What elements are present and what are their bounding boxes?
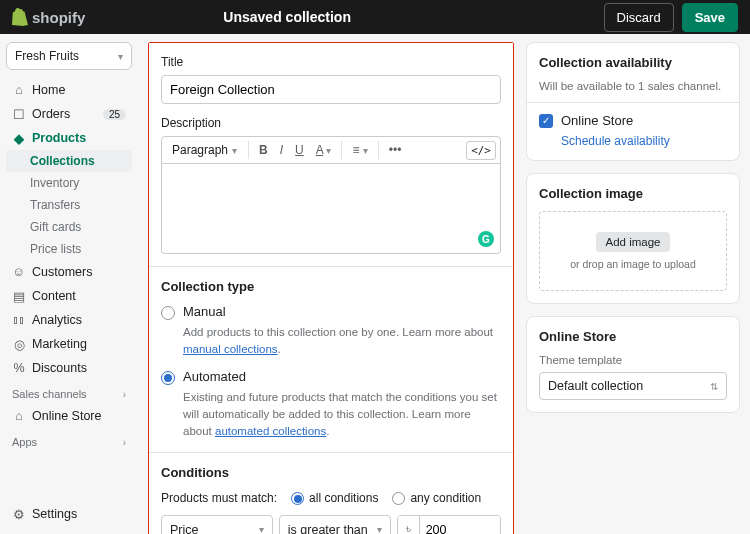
text-color-button[interactable]: A ▾ [311, 140, 337, 160]
underline-button[interactable]: U [290, 140, 309, 160]
sales-channels-label: Sales channels › [6, 380, 132, 404]
chevron-right-icon: › [123, 437, 126, 448]
image-dropzone[interactable]: Add image or drop an image to upload [539, 211, 727, 291]
image-drop-text: or drop an image to upload [550, 258, 716, 270]
shopify-logo: shopify [12, 8, 85, 26]
nav-price-lists[interactable]: Price lists [6, 238, 132, 260]
condition-value-input-wrap: ৳ [397, 515, 501, 534]
condition-value-input[interactable] [420, 516, 500, 534]
shopify-bag-icon [12, 8, 28, 26]
align-button[interactable]: ≡ ▾ [347, 140, 372, 160]
nav-inventory[interactable]: Inventory [6, 172, 132, 194]
conditions-heading: Conditions [161, 465, 501, 480]
collection-type-heading: Collection type [161, 279, 501, 294]
save-button[interactable]: Save [682, 3, 738, 32]
manual-collections-link[interactable]: manual collections [183, 343, 278, 355]
theme-template-label: Theme template [539, 354, 727, 366]
nav-home[interactable]: ⌂ Home [6, 78, 132, 102]
title-label: Title [161, 55, 501, 69]
nav-discounts[interactable]: % Discounts [6, 356, 132, 380]
paragraph-select[interactable]: Paragraph▾ [166, 140, 243, 160]
conditions-card: Conditions Products must match: all cond… [149, 453, 513, 534]
discard-button[interactable]: Discard [604, 3, 674, 32]
schedule-availability-link[interactable]: Schedule availability [561, 134, 727, 148]
italic-button[interactable]: I [275, 140, 288, 160]
add-image-button[interactable]: Add image [596, 232, 671, 252]
collection-type-card: Collection type Manual Add products to t… [149, 267, 513, 453]
nav-content[interactable]: ▤ Content [6, 284, 132, 308]
orders-icon: ☐ [12, 107, 26, 121]
condition-field-select[interactable]: Price▾ [161, 515, 273, 534]
products-icon: ◆ [12, 131, 26, 145]
nav-settings[interactable]: ⚙ Settings [6, 502, 132, 526]
availability-sub: Will be available to 1 sales channel. [539, 80, 727, 92]
nav-customers[interactable]: ☺ Customers [6, 260, 132, 284]
online-store-card: Online Store Theme template Default coll… [526, 316, 740, 413]
availability-heading: Collection availability [539, 55, 727, 70]
description-editor[interactable]: G [161, 164, 501, 254]
discounts-icon: % [12, 361, 26, 375]
store-selector[interactable]: Fresh Fruits ▾ [6, 42, 132, 70]
nav-collections[interactable]: Collections [6, 150, 132, 172]
customers-icon: ☺ [12, 265, 26, 279]
manual-label: Manual [183, 304, 226, 319]
availability-card: Collection availability Will be availabl… [526, 42, 740, 161]
store-name: Fresh Fruits [15, 49, 79, 63]
nav-orders[interactable]: ☐ Orders 25 [6, 102, 132, 126]
manual-radio[interactable] [161, 306, 175, 320]
editor-toolbar: Paragraph▾ B I U A ▾ ≡ ▾ ••• </> [161, 136, 501, 164]
condition-operator-select[interactable]: is greater than▾ [279, 515, 391, 534]
more-button[interactable]: ••• [384, 140, 407, 160]
home-icon: ⌂ [12, 83, 26, 97]
description-label: Description [161, 116, 501, 130]
sidebar: Fresh Fruits ▾ ⌂ Home ☐ Orders 25 ◆ Prod… [0, 34, 138, 534]
nav-gift-cards[interactable]: Gift cards [6, 216, 132, 238]
html-toggle[interactable]: </> [466, 141, 496, 160]
title-description-card: Title Description Paragraph▾ B I U A ▾ ≡… [149, 43, 513, 267]
theme-template-select[interactable]: Default collection⇅ [539, 372, 727, 400]
nav-analytics[interactable]: ⫾⫾ Analytics [6, 308, 132, 332]
orders-count: 25 [103, 109, 126, 120]
automated-radio[interactable] [161, 371, 175, 385]
nav-online-store[interactable]: ⌂ Online Store [6, 404, 132, 428]
nav-products[interactable]: ◆ Products [6, 126, 132, 150]
all-conditions-radio[interactable] [291, 492, 304, 505]
grammarly-icon: G [478, 231, 494, 247]
os-heading: Online Store [539, 329, 727, 344]
brand-text: shopify [32, 9, 85, 26]
automated-collections-link[interactable]: automated collections [215, 425, 326, 437]
manual-desc: Add products to this collection one by o… [183, 324, 501, 359]
online-store-label: Online Store [561, 113, 633, 128]
match-row: Products must match: all conditions any … [161, 490, 501, 505]
title-input[interactable] [161, 75, 501, 104]
apps-label[interactable]: Apps › [6, 428, 132, 452]
marketing-icon: ◎ [12, 337, 26, 351]
nav-transfers[interactable]: Transfers [6, 194, 132, 216]
gear-icon: ⚙ [12, 507, 26, 521]
store-icon: ⌂ [12, 409, 26, 423]
page-title: Unsaved collection [223, 9, 351, 25]
currency-prefix: ৳ [398, 516, 420, 534]
image-heading: Collection image [539, 186, 727, 201]
any-condition-radio[interactable] [392, 492, 405, 505]
online-store-checkbox[interactable]: ✓ [539, 114, 553, 128]
automated-desc: Existing and future products that match … [183, 389, 501, 441]
nav-marketing[interactable]: ◎ Marketing [6, 332, 132, 356]
automated-label: Automated [183, 369, 246, 384]
content-icon: ▤ [12, 289, 26, 303]
collection-image-card: Collection image Add image or drop an im… [526, 173, 740, 304]
topbar: shopify Unsaved collection Discard Save [0, 0, 750, 34]
highlighted-region: Title Description Paragraph▾ B I U A ▾ ≡… [148, 42, 514, 534]
chevron-down-icon: ▾ [118, 51, 123, 62]
analytics-icon: ⫾⫾ [12, 313, 26, 327]
chevron-right-icon[interactable]: › [123, 389, 126, 400]
bold-button[interactable]: B [254, 140, 273, 160]
